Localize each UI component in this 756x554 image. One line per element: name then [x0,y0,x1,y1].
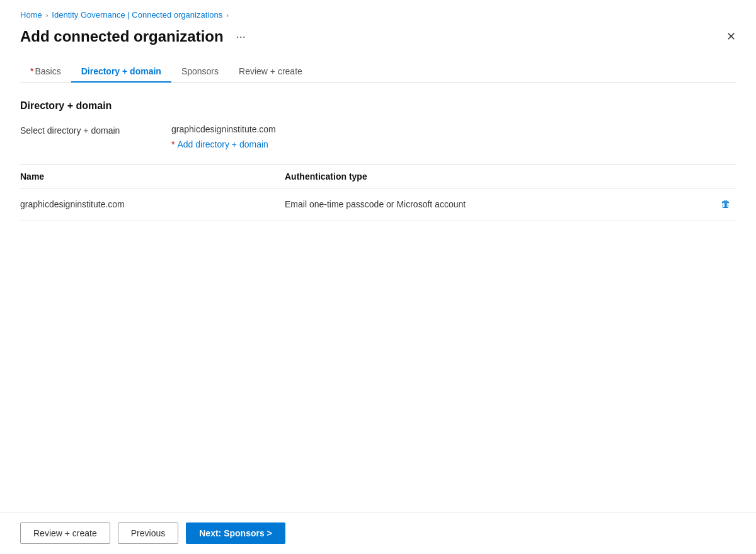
domain-value: graphicdesigninstitute.com [171,124,276,134]
add-directory-domain-link[interactable]: * Add directory + domain [171,139,276,149]
main-content: Directory + domain Select directory + do… [20,100,736,554]
footer: Review + create Previous Next: Sponsors … [0,512,756,554]
close-button[interactable]: ✕ [721,27,741,46]
page-title: Add connected organization [20,28,224,45]
breadcrumb-parent[interactable]: Identity Governance | Connected organiza… [52,10,222,20]
breadcrumb-separator-2: › [226,11,229,19]
trash-icon [721,199,731,209]
col-header-auth: Authentication type [285,171,736,182]
section-title: Directory + domain [20,100,736,112]
breadcrumb-separator-1: › [46,11,49,19]
row-name: graphicdesigninstitute.com [20,199,285,209]
table-row: graphicdesigninstitute.com Email one-tim… [20,188,736,221]
tab-sponsors[interactable]: Sponsors [171,61,229,83]
add-link-asterisk: * [171,139,175,149]
tabs: *Basics Directory + domain Sponsors Revi… [20,61,736,83]
form-value-area: graphicdesigninstitute.com * Add directo… [171,124,276,149]
domain-table: Name Authentication type graphicdesignin… [20,164,736,221]
col-header-name: Name [20,171,285,182]
form-row: Select directory + domain graphicdesigni… [20,124,736,149]
row-auth-type: Email one-time passcode or Microsoft acc… [285,199,716,209]
breadcrumb: Home › Identity Governance | Connected o… [20,10,736,20]
page-container: Home › Identity Governance | Connected o… [0,0,756,554]
tab-review-create[interactable]: Review + create [229,61,312,83]
basics-asterisk: * [30,66,33,76]
tab-directory-domain[interactable]: Directory + domain [71,61,171,83]
previous-button[interactable]: Previous [118,522,178,544]
add-link-label: Add directory + domain [177,139,268,149]
form-label: Select directory + domain [20,124,171,136]
breadcrumb-home[interactable]: Home [20,10,42,20]
table-header: Name Authentication type [20,165,736,188]
more-options-button[interactable]: ··· [231,28,251,46]
page-header: Add connected organization ··· ✕ [20,27,736,46]
page-title-row: Add connected organization ··· [20,28,251,46]
delete-row-button[interactable] [716,196,736,212]
review-create-button[interactable]: Review + create [20,522,110,544]
tab-basics[interactable]: *Basics [20,61,71,83]
next-button[interactable]: Next: Sponsors > [186,522,285,544]
